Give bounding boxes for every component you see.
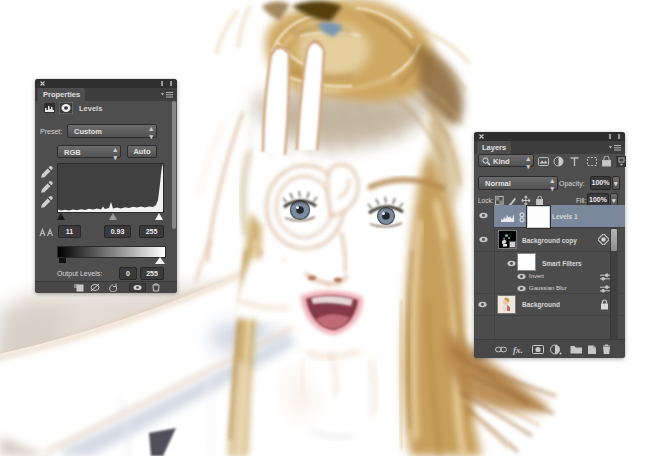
svg-text:fx.: fx. <box>513 345 523 355</box>
